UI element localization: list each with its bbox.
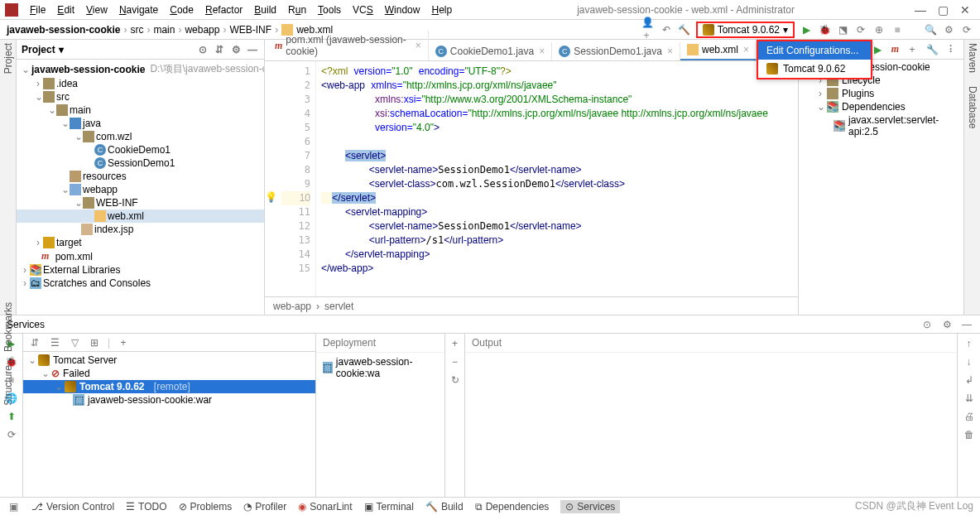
trash-icon[interactable]: 🗑 <box>963 428 976 441</box>
up-icon[interactable]: ↑ <box>963 337 976 350</box>
print-icon[interactable]: 🖨 <box>963 410 976 423</box>
tree-target[interactable]: ›target <box>17 236 264 249</box>
tree-webxml[interactable]: web.xml <box>17 209 264 223</box>
close-tab-icon[interactable]: × <box>416 40 421 51</box>
svc-artifact[interactable]: ⬚javaweb-session-cookie:war <box>23 393 315 407</box>
status-terminal[interactable]: ▣ Terminal <box>364 501 414 513</box>
close-icon[interactable]: ✕ <box>960 3 970 17</box>
status-problems[interactable]: ⊘ Problems <box>179 501 233 513</box>
scroll-icon[interactable]: ⇊ <box>963 392 976 405</box>
plus-icon[interactable]: + <box>117 336 130 349</box>
maximize-icon[interactable]: ▢ <box>938 3 949 17</box>
tree-pom[interactable]: m pom.xml <box>17 249 264 263</box>
tree-resources[interactable]: resources <box>17 170 264 183</box>
dropdown-edit-config[interactable]: Edit Configurations... <box>758 41 871 60</box>
wrench-icon[interactable]: 🔧 <box>925 43 939 56</box>
search-icon[interactable]: 🔍 <box>924 23 937 36</box>
stop-icon[interactable]: ■ <box>891 23 904 36</box>
tree-pkg[interactable]: ⌄com.wzl <box>17 130 264 143</box>
status-vc[interactable]: ⎇ Version Control <box>31 501 114 513</box>
profile-icon[interactable]: ⟳ <box>854 23 867 36</box>
tree-class-session[interactable]: CSessionDemo1 <box>17 156 264 170</box>
breadcrumb-item[interactable]: WEB-INF <box>229 24 271 36</box>
breadcrumb-root[interactable]: javaweb-session-cookie <box>7 24 120 36</box>
menu-refactor[interactable]: Refactor <box>200 2 247 17</box>
tree-class-cookie[interactable]: CCookieDemo1 <box>17 143 264 156</box>
attach-icon[interactable]: ⊕ <box>872 23 886 36</box>
menu-file[interactable]: File <box>25 2 50 17</box>
target-icon[interactable]: ⊙ <box>920 318 934 331</box>
gutter-structure[interactable]: Structure <box>2 365 14 406</box>
status-menu-icon[interactable]: ▣ <box>7 500 20 513</box>
back-icon[interactable]: ↶ <box>660 23 673 36</box>
refresh-icon[interactable]: ↻ <box>449 373 462 387</box>
tab-webxml[interactable]: web.xml× <box>680 41 757 60</box>
tree-scratches[interactable]: ›🗂Scratches and Consoles <box>17 277 264 290</box>
user-icon[interactable]: 👤＋ <box>641 23 655 36</box>
tree-webinf[interactable]: ⌄WEB-INF <box>17 196 264 209</box>
run-icon[interactable]: ▶ <box>800 23 813 36</box>
gear-icon[interactable]: ⚙ <box>940 318 954 331</box>
gear-icon[interactable]: ⚙ <box>229 43 243 56</box>
tree-indexjsp[interactable]: index.jsp <box>17 223 264 236</box>
svc-failed[interactable]: ⌄⊘Failed <box>23 367 315 380</box>
menu-view[interactable]: View <box>81 2 113 17</box>
more-icon[interactable]: ⟳ <box>960 23 973 36</box>
close-tab-icon[interactable]: × <box>743 44 749 55</box>
close-tab-icon[interactable]: × <box>667 46 673 57</box>
code-editor[interactable]: <?xml version="1.0" encoding="UTF-8"?> <… <box>316 61 798 296</box>
status-todo[interactable]: ☰ TODO <box>126 501 166 513</box>
crumb-item[interactable]: servlet <box>324 301 353 312</box>
run-config-selector[interactable]: Tomcat 9.0.62 ▾ <box>696 22 795 38</box>
more-icon[interactable]: ⠇ <box>945 43 958 56</box>
menu-window[interactable]: Window <box>380 2 425 17</box>
menu-help[interactable]: Help <box>426 2 457 17</box>
run-icon[interactable]: ▶ <box>872 43 885 56</box>
maven-plugins[interactable]: ›Plugins <box>799 87 963 100</box>
breadcrumb-item[interactable]: main <box>153 24 175 36</box>
wrap-icon[interactable]: ↲ <box>963 373 976 387</box>
breadcrumb-item[interactable]: src <box>130 24 143 36</box>
plus-icon[interactable]: + <box>449 337 462 350</box>
menu-edit[interactable]: Edit <box>52 2 79 17</box>
menu-build[interactable]: Build <box>249 2 281 17</box>
breadcrumb-item[interactable]: webapp <box>185 24 219 36</box>
plus-icon[interactable]: + <box>906 43 919 56</box>
minimize-icon[interactable]: — <box>915 3 926 17</box>
tree-project-root[interactable]: ⌄javaweb-session-cookieD:\项目\javaweb-ses… <box>17 61 264 77</box>
maven-dep-item[interactable]: 📚javax.servlet:servlet-api:2.5 <box>799 113 963 138</box>
menu-navigate[interactable]: Navigate <box>114 2 163 17</box>
status-profiler[interactable]: ◔ Profiler <box>243 501 286 513</box>
run-config-dropdown[interactable]: Edit Configurations... Tomcat 9.0.62 <box>757 40 872 79</box>
gutter-project[interactable]: Project <box>2 43 14 74</box>
tree-idea[interactable]: ›.idea <box>17 77 264 90</box>
more-icon[interactable]: ⟳ <box>5 428 18 441</box>
tree-java[interactable]: ⌄java <box>17 117 264 130</box>
tree-ext-libs[interactable]: ›📚External Libraries <box>17 263 264 277</box>
down-icon[interactable]: ↓ <box>963 355 976 368</box>
hide-icon[interactable]: — <box>960 318 973 331</box>
maven-icon[interactable]: m <box>891 43 899 55</box>
menu-code[interactable]: Code <box>165 2 199 17</box>
status-deps[interactable]: ⧉ Dependencies <box>475 501 550 513</box>
status-services[interactable]: ⊙ Services <box>560 500 620 513</box>
filter-icon[interactable]: ▽ <box>68 336 81 349</box>
menu-run[interactable]: Run <box>283 2 311 17</box>
coverage-icon[interactable]: ⬔ <box>836 23 849 36</box>
expand-icon[interactable]: ⇵ <box>28 336 41 349</box>
maven-deps[interactable]: ⌄📚Dependencies <box>799 100 963 113</box>
menu-vcs[interactable]: VCS <box>348 2 378 17</box>
settings-icon[interactable]: ⚙ <box>942 23 955 36</box>
expand-icon[interactable]: ⇵ <box>213 43 226 56</box>
gutter-bookmarks[interactable]: Bookmarks <box>2 302 14 352</box>
gutter-database[interactable]: Database <box>967 86 978 128</box>
tree-icon[interactable]: ☰ <box>48 336 61 349</box>
tree-src[interactable]: ⌄src <box>17 90 264 103</box>
group-icon[interactable]: ⊞ <box>88 336 101 349</box>
tree-main[interactable]: ⌄main <box>17 103 264 117</box>
gutter-maven[interactable]: Maven <box>967 43 978 73</box>
tab-cookie[interactable]: CCookieDemo1.java× <box>429 42 552 60</box>
close-tab-icon[interactable]: × <box>539 46 545 57</box>
chevron-down-icon[interactable]: ▾ <box>59 44 64 55</box>
deploy-icon[interactable]: ⬆ <box>5 410 18 423</box>
